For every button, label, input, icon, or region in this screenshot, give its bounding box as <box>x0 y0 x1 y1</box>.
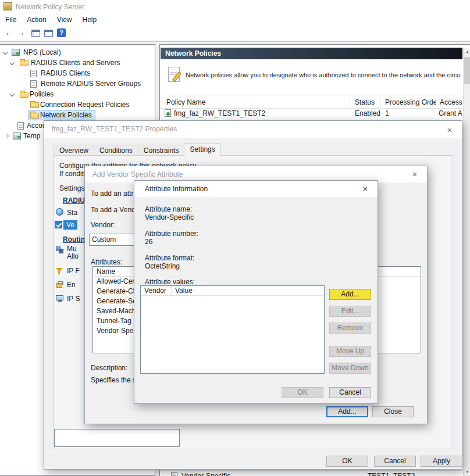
description-textbox <box>54 429 180 447</box>
attribute-number-value: 26 <box>145 238 152 246</box>
close-icon[interactable]: × <box>445 125 454 135</box>
tree-item-radius-clients[interactable]: RADIUS Clients <box>0 69 154 79</box>
edit-button[interactable]: Edit... <box>329 306 371 317</box>
add-button[interactable]: Add... <box>326 406 368 417</box>
chevron-down-icon[interactable] <box>3 50 8 55</box>
attribute-number-label: Attribute number: <box>145 230 198 238</box>
add-button[interactable]: Add... <box>329 289 371 300</box>
tree-item-radius-clients-and-servers[interactable]: RADIUS Clients and Servers <box>0 58 154 69</box>
chevron-down-icon[interactable] <box>10 92 15 96</box>
network-icon <box>56 246 63 253</box>
page-pencil-icon <box>168 67 180 82</box>
folder-icon <box>30 102 39 108</box>
tab-conditions[interactable]: Conditions <box>94 145 138 156</box>
ok-button[interactable]: OK <box>282 387 323 398</box>
server-icon <box>12 49 20 56</box>
menu-item-view[interactable]: View <box>52 16 77 24</box>
app-icon <box>3 2 12 10</box>
vendor-select-value: Custom <box>92 235 116 244</box>
tree-item-nps-local[interactable]: NPS (Local) <box>0 48 154 58</box>
settings-item-standard[interactable]: Sta <box>67 209 77 217</box>
dialog-title: fmg_faz_RW_TEST1_TEST2 Properties <box>52 125 177 133</box>
attribute-values-table[interactable]: Vendor Value <box>140 285 325 374</box>
tab-constraints[interactable]: Constraints <box>138 145 185 156</box>
policy-access-cell: Grant Acces <box>439 109 462 117</box>
attribute-format-value: OctetString <box>145 262 180 270</box>
tab-bar: Overview Conditions Constraints Settings <box>54 143 220 156</box>
vendor-column-header[interactable]: Vendor <box>141 286 172 295</box>
tree-item-connection-request-policies[interactable]: Connection Request Policies <box>0 100 154 110</box>
remove-button[interactable]: Remove <box>329 323 371 334</box>
column-header-policy-name[interactable]: Policy Name <box>161 97 350 108</box>
setting-icon <box>171 472 177 476</box>
settings-detail-row[interactable]: Vendor-Specific TEST1_TEST2 <box>161 470 462 476</box>
dialog-title: Add Vendor Specific Attribute <box>92 170 183 178</box>
policies-table-header: Policy Name Status Processing Order Acce… <box>161 97 462 109</box>
tree-item-policies[interactable]: Policies <box>0 90 154 100</box>
move-up-button[interactable]: Move Up <box>329 346 371 357</box>
policy-icon <box>165 109 171 117</box>
scroll-down-button[interactable]: ▼ <box>464 468 470 476</box>
globe-icon <box>56 208 63 216</box>
funnel-icon <box>56 268 63 272</box>
document-icon <box>17 122 24 130</box>
attributes-label: Attributes: <box>91 258 122 266</box>
folder-icon <box>30 113 39 119</box>
cancel-button[interactable]: Cancel <box>374 456 416 467</box>
apply-button[interactable]: Apply <box>421 456 462 467</box>
help-button[interactable]: ? <box>57 28 66 37</box>
vertical-scrollbar[interactable]: ▲ ▼ <box>463 48 470 476</box>
console-window-button[interactable] <box>44 30 53 37</box>
value-column-header[interactable]: Value <box>172 286 205 295</box>
server-icon <box>13 133 21 139</box>
tree-item-label: NPS (Local) <box>23 48 61 56</box>
settings-list-label: Settings: <box>59 184 87 192</box>
chevron-right-icon[interactable] <box>4 134 9 138</box>
settings-item-vendor-specific[interactable]: Ve <box>63 220 77 230</box>
window-titlebar[interactable]: Network Policy Server <box>0 0 470 14</box>
dialog-titlebar[interactable]: fmg_faz_RW_TEST1_TEST2 Properties × <box>44 121 462 138</box>
document-icon <box>30 70 37 77</box>
show-console-tree-button[interactable] <box>31 30 40 37</box>
section-header-network-policies: Network Policies <box>161 48 462 59</box>
tab-overview[interactable]: Overview <box>54 145 94 156</box>
policy-row[interactable]: fmg_faz_RW_TEST1_TEST2 Enabled 1 Grant A… <box>161 108 462 119</box>
menu-item-file[interactable]: File <box>0 16 22 24</box>
cancel-button[interactable]: Cancel <box>329 387 371 398</box>
menu-item-action[interactable]: Action <box>22 16 51 24</box>
attribute-format-label: Attribute format: <box>145 254 194 262</box>
window-title: Network Policy Server <box>16 3 84 11</box>
settings-item-ip-settings[interactable]: IP S <box>67 295 80 303</box>
close-icon[interactable]: × <box>410 169 419 179</box>
ok-button[interactable]: OK <box>326 456 368 467</box>
values-table-header: Vendor Value <box>141 286 324 296</box>
chevron-down-icon[interactable] <box>10 60 15 65</box>
divider <box>161 95 462 95</box>
forward-button[interactable]: → <box>16 27 25 37</box>
tree-item-remote-radius-server-groups[interactable]: Remote RADIUS Server Groups <box>0 79 154 90</box>
column-header-processing-order[interactable]: Processing Order <box>380 97 436 108</box>
folder-icon <box>20 92 29 98</box>
settings-item-encryption[interactable]: En <box>67 281 76 289</box>
column-header-access-type[interactable]: Access Typ <box>436 97 462 108</box>
tree-item-label: Remote RADIUS Server Groups <box>41 80 141 88</box>
tree-item-label: RADIUS Clients and Servers <box>31 59 120 67</box>
menu-item-help[interactable]: Help <box>77 16 102 24</box>
close-button[interactable]: Close <box>372 406 414 417</box>
attribute-information-dialog: Attribute Information × Attribute name: … <box>134 180 378 404</box>
tree-item-label: Policies <box>30 90 54 98</box>
back-button[interactable]: ← <box>5 27 13 37</box>
move-down-button[interactable]: Move Down <box>329 363 371 374</box>
tab-settings[interactable]: Settings <box>184 143 220 156</box>
computer-icon <box>56 295 63 300</box>
scroll-up-button[interactable]: ▲ <box>464 48 470 56</box>
attribute-values-label: Attribute values: <box>145 278 195 286</box>
scroll-thumb[interactable] <box>464 57 470 84</box>
tree-item-network-policies[interactable]: Network Policies <box>0 110 154 121</box>
document-icon <box>30 80 37 88</box>
column-header-status[interactable]: Status <box>350 97 380 108</box>
close-icon[interactable]: × <box>361 184 370 194</box>
settings-item-ip-filters[interactable]: IP F <box>67 267 80 275</box>
dialog-titlebar[interactable]: Attribute Information × <box>134 181 378 197</box>
settings-item-multilink-line1[interactable]: Mu <box>67 245 77 253</box>
